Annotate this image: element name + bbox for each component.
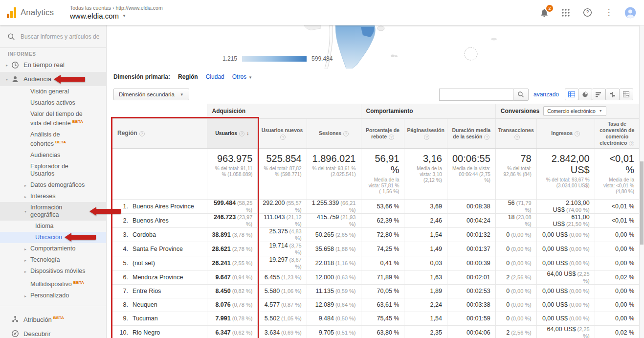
cell-paginas: 1,89 [404, 284, 447, 298]
table-row[interactable]: 5.(not set)26.241(2,55 %)19.297(3,67 %)2… [112, 256, 639, 270]
region-link[interactable]: Tucuman [133, 315, 158, 322]
table-row[interactable]: 6.Mendoza Province9.647(0,94 %)6.455(1,2… [112, 270, 639, 284]
comparison-view-button[interactable] [606, 89, 620, 100]
apps-grid-button[interactable] [560, 7, 572, 19]
sidebar-item-comportamiento[interactable]: ▸Comportamiento [0, 243, 106, 254]
dimension-option-ciudad[interactable]: Ciudad [206, 73, 224, 80]
sidebar-item-personalizado[interactable]: ▸Personalizado [0, 290, 106, 301]
table-row[interactable]: 8.Neuquen8.076(0,78 %)4.577(0,87 %)12.08… [112, 298, 639, 312]
region-link[interactable]: Mendoza Province [133, 274, 183, 281]
cell-transacciones: 56(71,79 %) [495, 199, 536, 213]
column-header-tasa[interactable]: Tasa de conversión de comercio electróni… [595, 118, 639, 148]
help-button[interactable]: ? [581, 7, 593, 19]
geo-map[interactable]: 1.215 599.484 [107, 25, 639, 68]
region-link[interactable]: Neuquen [133, 301, 157, 308]
table-row[interactable]: 9.Tucuman7.991(0,78 %)5.502(1,05 %)9.484… [112, 312, 639, 325]
column-header-sesiones[interactable]: Sesiones? [307, 118, 361, 148]
sidebar-item-valor-del-tiempo-de-vida-del-cliente[interactable]: Valor del tiempo de vida del clienteBETA [0, 109, 106, 129]
cell-region: 6.Mendoza Province [112, 270, 207, 284]
table-row[interactable]: 3.Cordoba38.891(3,78 %)25.375(4,83 %)50.… [112, 227, 639, 242]
cell-region: 1.Buenos Aires Province [112, 199, 207, 213]
chevron-right-icon[interactable]: ▸ [23, 268, 28, 275]
secondary-dimension-button[interactable]: Dimensión secundaria▼ [113, 89, 189, 100]
cell-transacciones: 0(0,00 %) [495, 312, 536, 325]
chevron-right-icon[interactable]: ▸ [23, 193, 28, 200]
sidebar-item-informacion-geografica[interactable]: ▾Información geográfica [0, 202, 106, 221]
table-row[interactable]: 2.Buenos Aires246.723(23,97 %)111.043(21… [112, 213, 639, 227]
percentage-view-button[interactable] [578, 89, 592, 100]
cell-region: 9.Tucuman [112, 312, 207, 325]
column-header-usuarios_nuevos[interactable]: Usuarios nuevos? [258, 118, 307, 148]
search-input[interactable] [21, 33, 99, 40]
breadcrumb: Todas las cuentas › http://www.eldia.com [70, 5, 163, 11]
sidebar-item-idioma[interactable]: Idioma [0, 221, 106, 232]
chevron-down-icon[interactable]: ▾ [4, 75, 9, 83]
analytics-logo[interactable]: Analytics [0, 7, 70, 18]
performance-view-button[interactable] [592, 89, 606, 100]
sidebar-item-dispositivos-moviles[interactable]: ▸Dispositivos móviles [0, 266, 106, 277]
more-menu-button[interactable]: ⋮ [603, 7, 615, 19]
table-search-button[interactable] [513, 89, 529, 101]
ecommerce-selector[interactable]: Comercio electrónico▼ [543, 106, 606, 116]
region-link[interactable]: Buenos Aires Province [133, 203, 194, 210]
sort-desc-icon[interactable]: ↓ [246, 130, 249, 136]
column-header-paginas[interactable]: Páginas/sesión? [404, 118, 447, 148]
sidebar-item-audiencia[interactable]: ▾Audiencia [0, 72, 106, 86]
account-selector[interactable]: www.eldia.com ▼ [70, 12, 163, 20]
cell-sesiones: 12.000(0,63 %) [307, 270, 361, 284]
column-header-rebote[interactable]: Porcentaje de rebote? [361, 118, 404, 148]
pivot-view-button[interactable] [620, 89, 633, 100]
cell-usuarios_nuevos: 5.580(1,06 %) [258, 284, 307, 298]
column-header-transacciones[interactable]: Transacciones? [495, 118, 536, 148]
region-link[interactable]: (not set) [133, 260, 155, 267]
sidebar-item-explorador-de-usuarios[interactable]: Explorador de Usuarios [0, 161, 106, 180]
table-row[interactable]: 1.Buenos Aires Province599.484(58,25 %)2… [112, 199, 639, 213]
sidebar-item-descubrir[interactable]: Descubrir [0, 327, 106, 338]
advanced-search-link[interactable]: avanzado [533, 91, 559, 98]
vertical-scrollbar[interactable] [639, 25, 644, 338]
table-row[interactable]: 4.Santa Fe Province28.621(2,78 %)19.714(… [112, 242, 639, 256]
chevron-right-icon[interactable]: ▸ [23, 256, 28, 264]
chevron-down-icon[interactable]: ▾ [23, 208, 28, 215]
sidebar-item-datos-demograficos[interactable]: ▸Datos demográficos [0, 180, 106, 191]
account-avatar[interactable] [624, 7, 636, 19]
sidebar-item-usuarios-activos[interactable]: Usuarios activos [0, 97, 106, 109]
region-link[interactable]: Rio Negro [133, 329, 160, 336]
chevron-right-icon[interactable]: ▸ [23, 292, 28, 299]
sidebar-item-analisis-de-cohortes[interactable]: Análisis de cohortesBETA [0, 129, 106, 150]
column-header-duracion[interactable]: Duración media de la sesión? [447, 118, 495, 148]
sidebar-item-tecnologia[interactable]: ▸Tecnología [0, 254, 106, 266]
region-link[interactable]: Buenos Aires [133, 217, 169, 224]
dimension-option-region[interactable]: Región [178, 73, 198, 80]
table-row[interactable]: 7.Entre Rios8.450(0,82 %)5.580(1,06 %)11… [112, 284, 639, 298]
region-link[interactable]: Santa Fe Province [133, 246, 183, 252]
sidebar-item-intereses[interactable]: ▸Intereses [0, 191, 106, 202]
sidebar-item-vision-general[interactable]: Visión general [0, 86, 106, 97]
region-link[interactable]: Entre Rios [133, 288, 161, 294]
summary-region-spacer [112, 148, 207, 199]
sidebar-item-multidispositivo[interactable]: MultidispositivoBETA [0, 277, 106, 290]
sidebar-item-audiencias[interactable]: Audiencias [0, 150, 106, 161]
column-header-usuarios[interactable]: Usuarios?↓ [207, 118, 258, 148]
notifications-button[interactable]: 2 [538, 7, 550, 19]
table-row[interactable]: 10.Rio Negro6.347(0,62 %)3.634(0,69 %)9.… [112, 325, 639, 338]
chevron-right-icon[interactable]: ▸ [23, 181, 28, 189]
cell-duracion: 00:04:24 [447, 213, 495, 227]
column-header-region[interactable]: Región? [112, 118, 207, 148]
cell-ingresos: 0,00 US$(0,00 %) [536, 227, 595, 242]
chevron-right-icon[interactable]: ▸ [23, 245, 28, 252]
column-header-ingresos[interactable]: Ingresos? [536, 118, 595, 148]
sidebar-search[interactable] [0, 25, 106, 48]
table-search-input[interactable] [439, 89, 513, 101]
sidebar-item-en-tiempo-real[interactable]: ▸En tiempo real [0, 58, 106, 72]
table-view-button[interactable] [565, 89, 578, 100]
sidebar-item-ubicacion[interactable]: Ubicación [0, 232, 106, 243]
sidebar: INFORMES ▸En tiempo real▾AudienciaVisión… [0, 25, 107, 338]
dimension-option-otros[interactable]: Otros▼ [232, 73, 252, 80]
chevron-right-icon[interactable]: ▸ [4, 61, 9, 68]
analytics-bars-icon [7, 7, 16, 18]
scrollbar-thumb[interactable] [640, 161, 644, 245]
cell-transacciones: 0(0,00 %) [495, 284, 536, 298]
region-link[interactable]: Cordoba [133, 231, 156, 238]
sidebar-item-atribucion[interactable]: AtribuciónBETA [0, 311, 106, 326]
